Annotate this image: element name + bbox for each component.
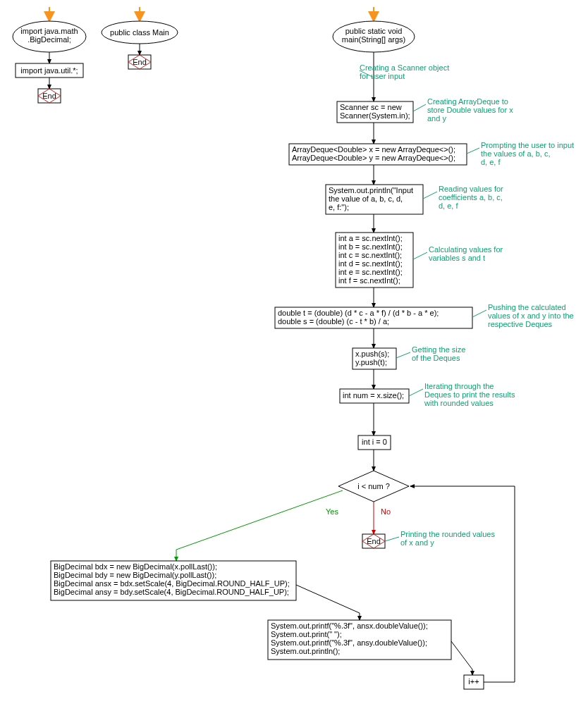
println-l1: System.out.println("Input	[329, 186, 413, 194]
increment-text: i++	[468, 677, 479, 686]
anno-size-l1: Getting the size	[412, 345, 465, 354]
push-l2: y.push(t);	[355, 358, 387, 366]
bigdecimal-l3: BigDecimal ansx = bdx.setScale(4, BigDec…	[54, 579, 290, 588]
bigdecimal-l4: BigDecimal ansy = bdy.setScale(4, BigDec…	[54, 588, 289, 596]
scanner-l2: Scanner(System.in);	[340, 111, 410, 120]
main-method-l2: main(String[] args)	[342, 35, 405, 44]
push-l1: x.push(s);	[355, 350, 389, 358]
println-l2: the value of a, b, c, d,	[329, 194, 403, 203]
anno-prompt-l2: the values of a, b, c,	[481, 149, 550, 158]
nextint-l2: int b = sc.nextInt();	[338, 242, 403, 251]
anno-size-l2: of the Deques	[412, 354, 460, 362]
end-node: End	[362, 534, 385, 548]
flow-arrow	[296, 585, 360, 620]
annotation-line	[467, 148, 479, 154]
anno-print-l2: of x and y	[400, 538, 434, 547]
end-text: End	[367, 537, 381, 545]
class-main-text: public class Main	[110, 28, 169, 37]
anno-iter-l3: with rounded values	[424, 399, 494, 407]
bigdecimal-l1: BigDecimal bdx = new BigDecimal(x.pollLa…	[54, 562, 217, 571]
anno-calc-l1: Calculating values for	[429, 245, 503, 254]
decision-text: i < num ?	[357, 482, 390, 490]
nextint-l3: int c = sc.nextInt();	[338, 251, 402, 259]
size-text: int num = x.size();	[343, 391, 404, 400]
anno-reading-l1: Reading values for	[439, 185, 503, 193]
end-text: End	[133, 58, 147, 66]
printf-l1: System.out.printf("%.3f", ansx.doubleVal…	[271, 622, 428, 630]
no-label: No	[381, 507, 391, 516]
anno-push-l1: Pushing the calculated	[488, 303, 566, 311]
annotation-line	[472, 310, 486, 317]
anno-iter-l2: Deques to print the results	[424, 390, 515, 399]
anno-arraydeque-l2: store Double values for x	[427, 106, 513, 114]
flowchart-canvas: import java.math .BigDecimal; import jav…	[7, 7, 588, 711]
anno-arraydeque-l3: and y	[427, 114, 446, 123]
main-method-l1: public static void	[345, 27, 403, 35]
annotation-line	[396, 352, 410, 358]
yes-arrow	[176, 490, 343, 561]
end-node: End	[38, 89, 61, 103]
annotation-line	[423, 192, 437, 199]
arraydeque-l2: ArrayDeque<Double> y = new ArrayDeque<>(…	[292, 154, 455, 162]
anno-arraydeque-l1: Creating ArrayDeque to	[427, 97, 508, 106]
anno-prompt-l1: Prompting the user to input	[481, 141, 574, 149]
calc-l1: double t = (double) (d * c - a * f) / (d…	[278, 309, 439, 317]
annotation-line	[409, 389, 423, 396]
end-node: End	[128, 55, 151, 69]
arraydeque-l1: ArrayDeque<Double> x = new ArrayDeque<>(…	[292, 145, 455, 154]
anno-calc-l2: variables s and t	[429, 254, 485, 262]
anno-push-l3: respective Deques	[488, 320, 553, 328]
nextint-l4: int d = sc.nextInt();	[338, 259, 403, 268]
import-bigdecimal-l1: import java.math	[20, 27, 78, 35]
flow-arrow	[451, 641, 472, 675]
anno-scanner-l2: for user input	[360, 72, 405, 80]
printf-l2: System.out.print(" ");	[271, 630, 342, 638]
import-bigdecimal-l2: .BigDecimal;	[27, 35, 71, 44]
annotation-line	[413, 252, 427, 259]
annotation-line	[413, 104, 426, 111]
scanner-l1: Scanner sc = new	[340, 103, 402, 111]
nextint-l5: int e = sc.nextInt();	[338, 268, 403, 276]
end-text: End	[42, 92, 56, 100]
yes-label: Yes	[326, 507, 338, 516]
init-i-text: int i = 0	[362, 438, 387, 446]
anno-reading-l3: d, e, f	[439, 202, 458, 210]
bigdecimal-l2: BigDecimal bdy = new BigDecimal(y.pollLa…	[54, 571, 216, 579]
annotation-line	[385, 537, 399, 541]
printf-l4: System.out.println();	[271, 647, 340, 655]
nextint-l1: int a = sc.nextInt();	[338, 234, 403, 242]
printf-l3: System.out.printf("%.3f", ansy.doubleVal…	[271, 638, 427, 647]
anno-reading-l2: coefficients a, b, c,	[439, 193, 503, 202]
anno-print-l1: Printing the rounded values	[400, 530, 495, 538]
import-util-text: import java.util.*;	[20, 66, 78, 75]
anno-push-l2: values of x and y into the	[488, 311, 574, 320]
println-l3: e, f:");	[329, 203, 349, 211]
anno-iter-l1: Iterating through the	[424, 382, 494, 390]
anno-scanner-l1: Creating a Scanner object	[360, 63, 449, 72]
anno-prompt-l3: d, e, f	[481, 158, 501, 166]
nextint-l6: int f = sc.nextInt();	[338, 276, 400, 285]
calc-l2: double s = (double) (c - t * b) / a;	[278, 317, 389, 326]
